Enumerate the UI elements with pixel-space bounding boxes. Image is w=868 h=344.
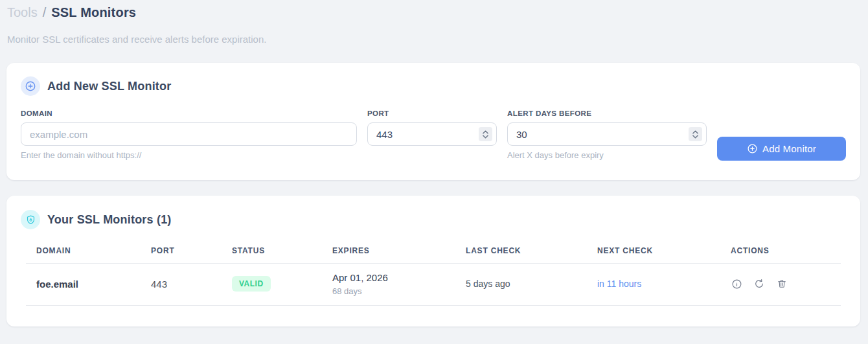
add-monitor-button[interactable]: Add Monitor: [717, 137, 846, 161]
info-button[interactable]: [731, 278, 742, 290]
page-title: SSL Monitors: [51, 5, 136, 20]
col-header-port: PORT: [141, 240, 222, 264]
monitor-expires-remaining: 68 days: [332, 286, 449, 296]
monitor-domain: foe.email: [26, 264, 141, 306]
plus-circle-icon: [747, 143, 758, 154]
status-badge: VALID: [232, 276, 271, 292]
breadcrumb-section-tools[interactable]: Tools: [7, 5, 38, 20]
alert-days-field-group: ALERT DAYS BEFORE Alert X days before ex…: [507, 109, 707, 161]
port-input[interactable]: [367, 122, 497, 146]
add-monitor-card-title: Add New SSL Monitor: [47, 80, 171, 93]
breadcrumb-separator: /: [43, 5, 47, 20]
alert-days-label: ALERT DAYS BEFORE: [507, 109, 707, 117]
add-monitor-form: DOMAIN Enter the domain without https://…: [21, 109, 846, 161]
page-subtitle: Monitor SSL certificates and receive ale…: [6, 34, 860, 45]
col-header-domain: DOMAIN: [26, 240, 141, 264]
shield-lock-icon: [21, 210, 40, 229]
col-header-status: STATUS: [222, 240, 322, 264]
monitor-expires-date: Apr 01, 2026: [332, 272, 449, 283]
col-header-next-check: NEXT CHECK: [587, 240, 720, 264]
plus-circle-icon: [21, 76, 40, 96]
alert-days-helper-text: Alert X days before expiry: [507, 150, 707, 160]
alert-days-input[interactable]: [507, 122, 707, 146]
refresh-button[interactable]: [753, 278, 765, 290]
monitor-next-check: in 11 hours: [587, 264, 720, 306]
submit-column: Add Monitor: [717, 109, 846, 161]
add-monitor-card: Add New SSL Monitor DOMAIN Enter the dom…: [6, 63, 860, 180]
add-monitor-card-header: Add New SSL Monitor: [21, 76, 846, 96]
monitors-table: DOMAIN PORT STATUS EXPIRES LAST CHECK NE…: [26, 240, 841, 306]
col-header-expires: EXPIRES: [322, 240, 455, 264]
table-row: foe.email 443 VALID Apr 01, 2026 68 days…: [26, 264, 841, 306]
row-actions: [731, 278, 834, 290]
monitors-list-card: Your SSL Monitors (1) DOMAIN PORT STATUS…: [6, 196, 860, 327]
domain-label: DOMAIN: [21, 109, 357, 117]
monitors-card-title: Your SSL Monitors (1): [47, 213, 172, 227]
port-stepper[interactable]: [479, 127, 492, 141]
col-header-last-check: LAST CHECK: [455, 240, 587, 264]
trash-icon: [777, 279, 787, 289]
domain-field-group: DOMAIN Enter the domain without https://: [21, 109, 357, 161]
col-header-actions: ACTIONS: [720, 240, 841, 264]
monitors-card-header: Your SSL Monitors (1): [21, 210, 846, 229]
port-label: PORT: [367, 109, 497, 117]
info-circle-icon: [731, 279, 742, 290]
port-field-group: PORT: [367, 109, 497, 161]
domain-helper-text: Enter the domain without https://: [21, 150, 357, 160]
breadcrumb: Tools / SSL Monitors: [6, 5, 860, 20]
monitors-table-wrap: DOMAIN PORT STATUS EXPIRES LAST CHECK NE…: [26, 240, 841, 306]
delete-button[interactable]: [776, 278, 788, 290]
domain-input[interactable]: [21, 122, 357, 146]
table-header-row: DOMAIN PORT STATUS EXPIRES LAST CHECK NE…: [26, 240, 841, 264]
alert-days-stepper[interactable]: [689, 127, 702, 141]
ssl-monitors-page: Tools / SSL Monitors Monitor SSL certifi…: [0, 0, 868, 344]
add-monitor-button-label: Add Monitor: [762, 143, 816, 154]
monitor-port: 443: [141, 264, 222, 306]
monitor-last-check: 5 days ago: [455, 264, 587, 306]
refresh-icon: [754, 279, 764, 289]
